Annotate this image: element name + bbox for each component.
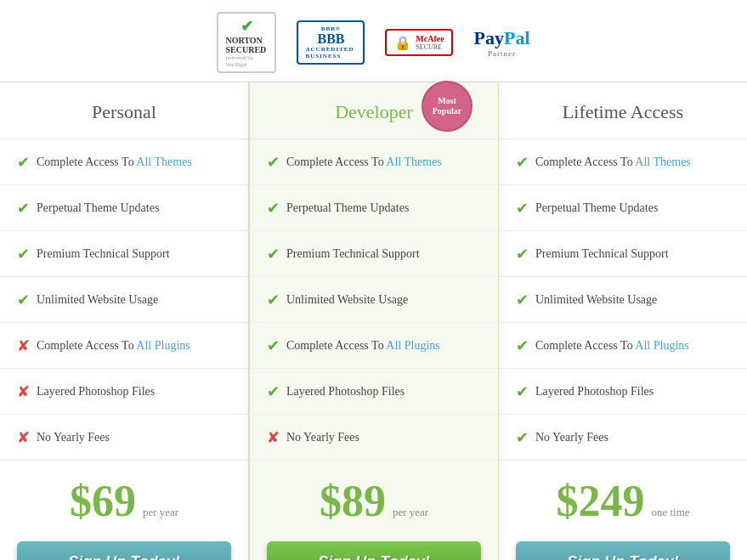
feature-personal-3: ✔ Unlimited Website Usage — [0, 277, 248, 323]
personal-signup-button[interactable]: Sign Up Today! — [17, 541, 231, 560]
feature-personal-4: ✘ Complete Access To All Plugins — [0, 323, 248, 369]
check-icon: ✔ — [17, 153, 30, 172]
feature-lifetime-1: ✔ Perpetual Theme Updates — [499, 185, 747, 231]
feature-lifetime-6: ✔ No Yearly Fees — [499, 415, 747, 461]
check-icon: ✔ — [267, 291, 280, 309]
mcafee-icon: 🔒 — [394, 35, 411, 51]
plan-personal-header: Personal — [0, 82, 248, 139]
feature-developer-1: ✔ Perpetual Theme Updates — [250, 185, 498, 231]
check-icon: ✔ — [17, 291, 30, 309]
feature-personal-1: ✔ Perpetual Theme Updates — [0, 185, 248, 231]
plan-lifetime: Lifetime Access ✔ Complete Access To All… — [499, 82, 747, 560]
check-icon: ✔ — [267, 199, 280, 218]
check-icon: ✔ — [516, 428, 529, 447]
plan-developer-period: per year — [393, 506, 428, 518]
feature-text: No Yearly Fees — [286, 431, 481, 444]
feature-text: Premium Technical Support — [37, 247, 231, 261]
developer-signup-button[interactable]: Sign Up Today! — [267, 541, 481, 560]
check-icon: ✔ — [516, 291, 529, 309]
feature-text: Unlimited Website Usage — [37, 293, 231, 307]
mcafee-badge: 🔒 McAfee SECURE — [385, 29, 453, 56]
feature-text: No Yearly Fees — [535, 431, 730, 444]
feature-text: Premium Technical Support — [535, 247, 730, 261]
plan-personal-price: $69 — [70, 477, 136, 525]
all-themes-link[interactable]: All Themes — [136, 156, 191, 168]
feature-text: Complete Access To All Themes — [286, 156, 481, 169]
norton-badge: ✔ NORTON SECURED powered by VeriSign — [217, 12, 276, 73]
feature-text: No Yearly Fees — [37, 431, 231, 444]
all-plugins-link[interactable]: All Plugins — [386, 339, 439, 352]
plan-personal: Personal ✔ Complete Access To All Themes… — [0, 82, 249, 560]
check-icon: ✔ — [17, 245, 30, 263]
all-plugins-link[interactable]: All Plugins — [136, 339, 190, 352]
feature-text: Complete Access To All Plugins — [37, 339, 231, 353]
feature-personal-6: ✘ No Yearly Fees — [0, 415, 248, 461]
plan-lifetime-price-row: $249 one time — [499, 461, 747, 535]
feature-developer-5: ✔ Layered Photoshop Files — [250, 369, 498, 415]
feature-lifetime-0: ✔ Complete Access To All Themes — [499, 139, 747, 185]
mcafee-brand: McAfee — [416, 34, 444, 43]
feature-developer-4: ✔ Complete Access To All Plugins — [250, 323, 498, 369]
plan-lifetime-price: $249 — [556, 477, 644, 525]
bbb-badge: BBB® BBB ACCREDITED BUSINESS — [297, 20, 365, 65]
plan-personal-price-row: $69 per year — [0, 461, 248, 535]
cross-icon: ✘ — [267, 428, 280, 447]
all-themes-link[interactable]: All Themes — [386, 156, 441, 168]
trust-bar: ✔ NORTON SECURED powered by VeriSign BBB… — [0, 0, 747, 82]
most-popular-badge: MostPopular — [422, 81, 473, 132]
bbb-main: BBB — [317, 32, 344, 46]
bbb-sub: ACCREDITED BUSINESS — [305, 46, 356, 59]
feature-text: Layered Photoshop Files — [535, 385, 730, 399]
feature-text: Complete Access To All Themes — [535, 156, 730, 169]
plan-developer-price-row: $89 per year — [250, 461, 498, 535]
feature-lifetime-2: ✔ Premium Technical Support — [499, 231, 747, 277]
check-icon: ✔ — [267, 153, 280, 172]
norton-check: ✔ — [241, 17, 253, 36]
feature-text: Layered Photoshop Files — [37, 385, 231, 399]
plan-developer: MostPopular Developer ✔ Complete Access … — [249, 82, 499, 560]
mcafee-text: McAfee SECURE — [416, 34, 444, 51]
page-wrapper: ✔ NORTON SECURED powered by VeriSign BBB… — [0, 0, 747, 560]
check-icon: ✔ — [516, 382, 529, 401]
feature-text: Layered Photoshop Files — [286, 385, 481, 399]
paypal-logo: PayPal — [473, 27, 529, 49]
plan-lifetime-name: Lifetime Access — [563, 101, 683, 122]
plan-personal-signup-row: Sign Up Today! — [0, 535, 248, 560]
feature-developer-0: ✔ Complete Access To All Themes — [250, 139, 498, 185]
check-icon: ✔ — [267, 382, 280, 401]
norton-secured: NORTON SECURED — [225, 36, 268, 54]
feature-text: Complete Access To All Plugins — [535, 339, 730, 353]
feature-personal-0: ✔ Complete Access To All Themes — [0, 139, 248, 185]
feature-text: Premium Technical Support — [286, 247, 481, 261]
feature-developer-3: ✔ Unlimited Website Usage — [250, 277, 498, 323]
feature-text: Complete Access To All Themes — [37, 156, 231, 169]
mcafee-secure: SECURE — [416, 43, 444, 51]
paypal-badge: PayPal Partner — [473, 27, 529, 58]
cross-icon: ✘ — [17, 382, 30, 401]
cross-icon: ✘ — [17, 428, 30, 447]
paypal-partner: Partner — [488, 49, 516, 58]
feature-personal-5: ✘ Layered Photoshop Files — [0, 369, 248, 415]
plan-developer-name: Developer — [335, 101, 413, 122]
check-icon: ✔ — [516, 153, 529, 172]
plan-lifetime-header: Lifetime Access — [499, 82, 747, 139]
check-icon: ✔ — [516, 337, 529, 355]
feature-text: Perpetual Theme Updates — [535, 201, 730, 215]
check-icon: ✔ — [516, 199, 529, 218]
feature-text: Complete Access To All Plugins — [286, 339, 481, 353]
check-icon: ✔ — [267, 337, 280, 355]
feature-text: Perpetual Theme Updates — [286, 201, 481, 215]
check-icon: ✔ — [17, 199, 30, 218]
feature-lifetime-4: ✔ Complete Access To All Plugins — [499, 323, 747, 369]
all-themes-link[interactable]: All Themes — [635, 156, 690, 168]
plan-lifetime-signup-row: Sign Up Today! — [499, 535, 747, 560]
check-icon: ✔ — [516, 245, 529, 263]
lifetime-signup-button[interactable]: Sign Up Today! — [516, 541, 730, 560]
cross-icon: ✘ — [17, 337, 30, 355]
all-plugins-link[interactable]: All Plugins — [635, 339, 688, 352]
plan-personal-period: per year — [143, 506, 178, 518]
feature-text: Perpetual Theme Updates — [37, 201, 231, 215]
feature-developer-2: ✔ Premium Technical Support — [250, 231, 498, 277]
feature-text: Unlimited Website Usage — [286, 293, 481, 307]
norton-powered: powered by VeriSign — [225, 54, 268, 68]
